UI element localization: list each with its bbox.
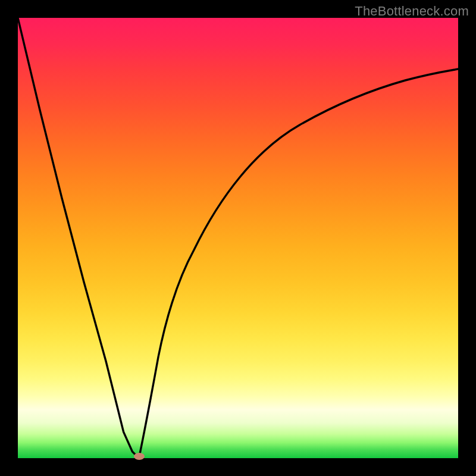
curve-layer (18, 18, 458, 458)
plot-area (18, 18, 458, 458)
minimum-marker-dot (134, 453, 145, 460)
chart-frame: TheBottleneck.com (0, 0, 476, 476)
watermark-text: TheBottleneck.com (355, 4, 469, 19)
curve-left-branch (18, 18, 139, 458)
curve-right-branch-smooth (139, 69, 459, 458)
curve-right-branch (139, 131, 300, 458)
